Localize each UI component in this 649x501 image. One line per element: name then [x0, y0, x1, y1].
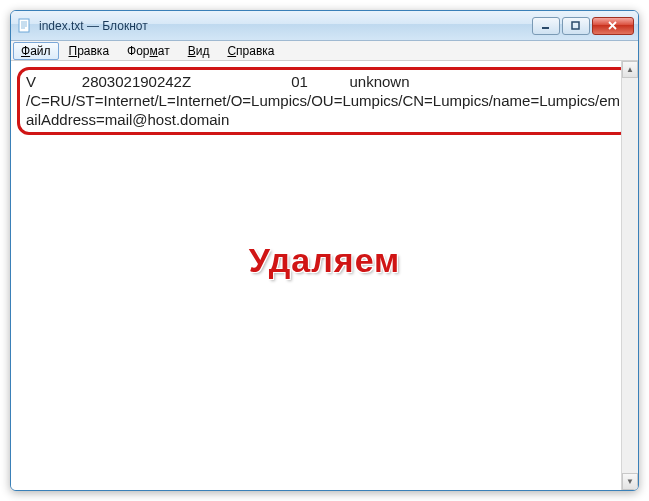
notepad-window: index.txt — Блокнот Файл Правка Формат В…	[10, 10, 639, 491]
menu-edit-label: Правка	[69, 44, 110, 58]
app-icon	[17, 18, 33, 34]
scroll-up-button[interactable]: ▲	[622, 61, 638, 78]
menu-file[interactable]: Файл	[13, 42, 59, 60]
maximize-button[interactable]	[562, 17, 590, 35]
menu-format-label: Формат	[127, 44, 170, 58]
close-button[interactable]	[592, 17, 634, 35]
menu-format[interactable]: Формат	[119, 42, 178, 60]
file-content-line1: V 280302190242Z 01 unknown	[26, 73, 623, 92]
file-content-line2: /C=RU/ST=Internet/L=Internet/O=Lumpics/O…	[26, 92, 623, 130]
window-title: index.txt — Блокнот	[37, 19, 532, 33]
menu-view[interactable]: Вид	[180, 42, 218, 60]
menu-view-label: Вид	[188, 44, 210, 58]
delete-annotation-label: Удаляем	[11, 241, 638, 280]
window-controls	[532, 17, 634, 35]
menubar: Файл Правка Формат Вид Справка	[11, 41, 638, 61]
menu-help[interactable]: Справка	[219, 42, 282, 60]
menu-edit[interactable]: Правка	[61, 42, 118, 60]
scroll-track[interactable]	[622, 78, 638, 473]
text-area[interactable]: V 280302190242Z 01 unknown /C=RU/ST=Inte…	[11, 61, 638, 490]
highlight-annotation: V 280302190242Z 01 unknown /C=RU/ST=Inte…	[17, 67, 632, 135]
scroll-down-button[interactable]: ▼	[622, 473, 638, 490]
menu-file-label: Файл	[21, 44, 51, 58]
svg-rect-6	[572, 22, 579, 29]
titlebar[interactable]: index.txt — Блокнот	[11, 11, 638, 41]
vertical-scrollbar[interactable]: ▲ ▼	[621, 61, 638, 490]
minimize-button[interactable]	[532, 17, 560, 35]
menu-help-label: Справка	[227, 44, 274, 58]
